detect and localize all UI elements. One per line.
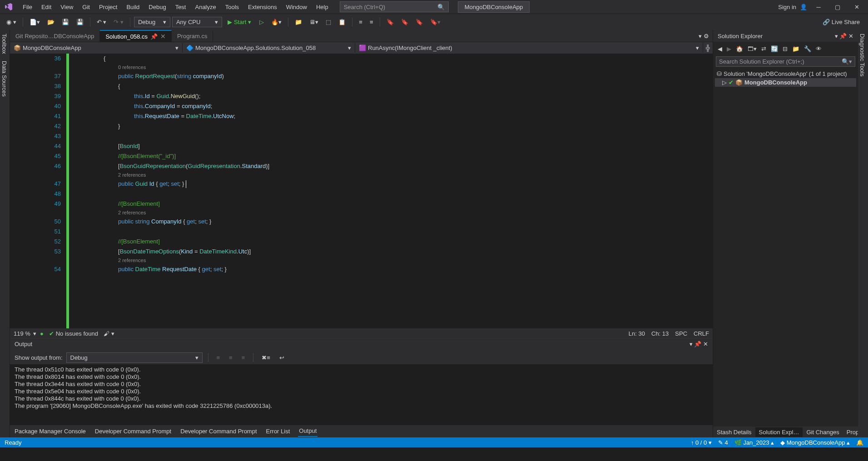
back-button[interactable]: ◉ ▾ — [4, 17, 19, 27]
platform-combo[interactable]: Any CPU▾ — [172, 17, 222, 27]
tool-icon[interactable]: ≡ — [226, 352, 235, 363]
git-updown[interactable]: ↑ 0 / 0 ▾ — [691, 439, 712, 446]
live-share-button[interactable]: 🔗 Live Share — [818, 17, 864, 27]
menu-debug[interactable]: Debug — [144, 2, 170, 12]
menu-tools[interactable]: Tools — [221, 2, 243, 12]
fwd-icon[interactable]: ▶ — [725, 44, 733, 54]
tool-icon[interactable]: ≡ — [239, 352, 248, 363]
tab-program[interactable]: Program.cs — [172, 31, 213, 41]
open-button[interactable]: 📂 — [45, 17, 57, 27]
diagnostic-tools-tab[interactable]: Diagnostic Tools — [859, 34, 866, 76]
toolbox-tab[interactable]: Toolbox — [1, 34, 8, 54]
codelens[interactable]: 0 references — [73, 64, 713, 71]
expand-icon[interactable]: ▷ — [722, 79, 727, 86]
tab-output[interactable]: Output — [298, 426, 317, 437]
bookmark-icon[interactable]: 🔖▾ — [427, 17, 443, 27]
solution-tree[interactable]: ⛁ Solution 'MongoDBConsoleApp' (1 of 1 p… — [713, 68, 858, 426]
output-text[interactable]: The thread 0x51c0 has exited with code 0… — [10, 364, 713, 425]
preview-icon[interactable]: 👁 — [814, 44, 823, 54]
home-icon[interactable]: 🏠 — [734, 44, 745, 54]
tool-icon[interactable]: ≡ — [367, 17, 376, 27]
output-source-combo[interactable]: Debug▾ — [66, 352, 203, 363]
pin-icon[interactable]: 📌 — [150, 33, 158, 40]
tool-icon[interactable]: 📁 — [292, 17, 305, 27]
method-combo[interactable]: 🟪 RunAsync(IMongoClient _client)▾ — [355, 43, 703, 53]
back-icon[interactable]: ◀ — [716, 44, 724, 54]
collapse-icon[interactable]: ⊟ — [781, 44, 789, 54]
properties-icon[interactable]: 🔧 — [802, 44, 813, 54]
menu-file[interactable]: File — [18, 2, 37, 12]
menu-analyze[interactable]: Analyze — [190, 2, 220, 12]
notifications-icon[interactable]: 🔔 — [856, 439, 863, 446]
codelens[interactable]: 2 references — [73, 171, 713, 179]
split-icon[interactable]: ╬ — [703, 45, 713, 51]
menu-build[interactable]: Build — [122, 2, 144, 12]
menu-help[interactable]: Help — [312, 2, 333, 12]
tab-gitrepo[interactable]: Git Reposito…DBConsoleApp — [10, 31, 100, 41]
clear-icon[interactable]: ✖≡ — [259, 352, 273, 363]
tab-dev-prompt[interactable]: Developer Command Prompt — [94, 426, 172, 436]
undo-button[interactable]: ↶ ▾ — [94, 17, 109, 27]
new-project-button[interactable]: 📄▾ — [27, 17, 43, 27]
line-ending[interactable]: CRLF — [694, 330, 709, 337]
menu-git[interactable]: Git — [78, 2, 94, 12]
tool-icon[interactable]: ⬚ — [323, 17, 334, 27]
tab-solution058[interactable]: Solution_058.cs 📌 ✕ — [100, 30, 172, 42]
tool-icon[interactable]: 📋 — [336, 17, 348, 27]
issues-label[interactable]: No issues found — [56, 330, 98, 337]
panel-controls[interactable]: ▾ 📌 ✕ — [835, 33, 853, 40]
zoom-level[interactable]: 119 % — [14, 330, 30, 337]
tool-icon[interactable]: ≡ — [356, 17, 365, 27]
project-node[interactable]: ▷ ✔ 📦 MongoDBConsoleApp — [715, 78, 856, 87]
hot-reload-button[interactable]: 🔥▾ — [268, 17, 284, 27]
minimize-button[interactable]: ─ — [811, 0, 826, 13]
start-without-debug-button[interactable]: ▷ — [257, 17, 267, 27]
project-combo[interactable]: 📦 MongoDBConsoleApp▾ — [10, 43, 183, 53]
maximize-button[interactable]: ▢ — [830, 0, 845, 13]
sign-in-button[interactable]: Sign in — [778, 4, 796, 10]
switch-icon[interactable]: 🗔▾ — [746, 44, 759, 54]
tab-package-manager[interactable]: Package Manager Console — [14, 426, 87, 436]
indent-mode[interactable]: SPC — [675, 330, 687, 337]
window-options-icon[interactable]: ▾ ⚙ — [695, 33, 713, 40]
show-all-icon[interactable]: 📁 — [790, 44, 801, 54]
menu-edit[interactable]: Edit — [37, 2, 56, 12]
user-icon[interactable]: 👤 — [800, 4, 807, 10]
tool-icon[interactable]: ≡ — [214, 352, 223, 363]
save-all-button[interactable]: 💾 — [74, 17, 86, 27]
code-editor[interactable]: 36 37 38 39 40 41 42 43 44 45 46 47 48 4… — [10, 54, 713, 328]
menu-project[interactable]: Project — [94, 2, 122, 12]
tab-error-list[interactable]: Error List — [265, 426, 291, 436]
panel-controls[interactable]: ▾ 📌 ✕ — [689, 341, 708, 347]
configuration-combo[interactable]: Debug▾ — [134, 17, 170, 27]
bookmark-icon[interactable]: 🔖 — [398, 17, 411, 27]
menu-view[interactable]: View — [56, 2, 78, 12]
tool-icon[interactable]: 🖥▾ — [307, 17, 321, 27]
wrap-icon[interactable]: ↩ — [277, 352, 287, 363]
brush-icon[interactable]: 🖌 ▾ — [104, 330, 114, 337]
git-changes-count[interactable]: ✎ 4 — [718, 439, 728, 446]
sync-icon[interactable]: ⇄ — [759, 44, 768, 54]
code-content[interactable]: { 0 references public ReportRequest(stri… — [69, 54, 713, 328]
git-repo[interactable]: ◆ MongoDBConsoleApp ▴ — [780, 439, 850, 446]
data-sources-tab[interactable]: Data Sources — [1, 61, 8, 97]
solution-search-input[interactable]: Search Solution Explorer (Ctrl+;) 🔍▾ — [716, 56, 855, 67]
close-icon[interactable]: ✕ — [160, 33, 166, 40]
bookmark-icon[interactable]: 🔖 — [384, 17, 397, 27]
codelens[interactable]: 2 references — [73, 209, 713, 217]
redo-button[interactable]: ↷ ▾ — [111, 17, 126, 27]
close-button[interactable]: ✕ — [849, 0, 864, 13]
class-combo[interactable]: 🔷 MongoDBConsoleApp.Solutions.Solution_0… — [183, 43, 355, 53]
solution-node[interactable]: ⛁ Solution 'MongoDBConsoleApp' (1 of 1 p… — [715, 69, 856, 78]
tab-solution-explorer[interactable]: Solution Expl… — [755, 427, 803, 437]
menu-window[interactable]: Window — [282, 2, 312, 12]
tab-dev-prompt-2[interactable]: Developer Command Prompt — [179, 426, 258, 436]
menu-test[interactable]: Test — [171, 2, 191, 12]
bookmark-icon[interactable]: 🔖 — [413, 17, 426, 27]
menu-extensions[interactable]: Extensions — [243, 2, 282, 12]
start-button[interactable]: ▶ Start ▾ — [224, 17, 255, 27]
tab-stash[interactable]: Stash Details — [713, 427, 755, 437]
refresh-icon[interactable]: 🔄 — [769, 44, 780, 54]
git-branch[interactable]: 🌿 Jan_2023 ▴ — [734, 439, 774, 446]
search-input[interactable]: Search (Ctrl+Q) 🔍 — [340, 1, 449, 12]
